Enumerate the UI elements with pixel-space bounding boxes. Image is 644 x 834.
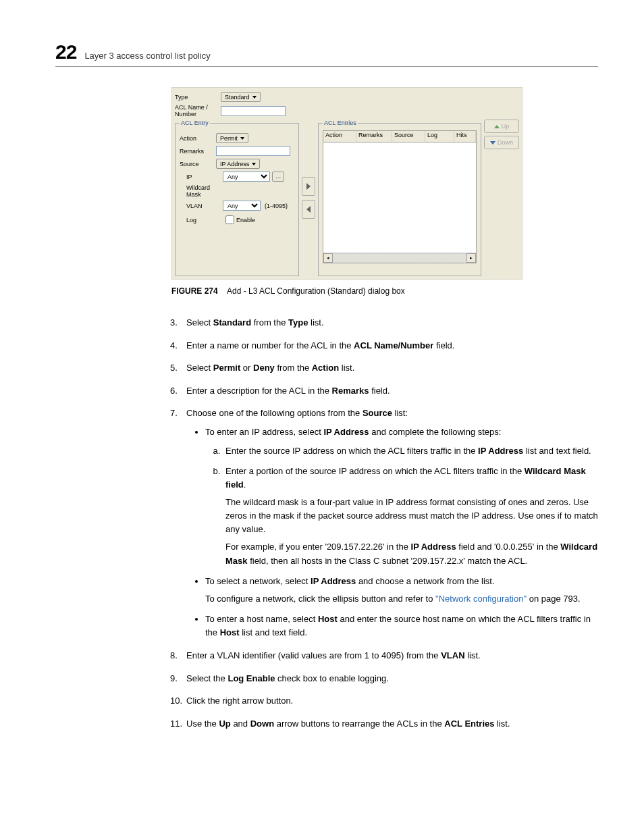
bullet-1: To enter an IP address, select IP Addres… <box>205 425 598 568</box>
chapter-title: Layer 3 access control list policy <box>84 51 210 61</box>
ip-select[interactable]: Any <box>223 172 270 182</box>
triangle-up-icon <box>494 125 500 128</box>
figure-label: FIGURE 274 <box>171 286 218 296</box>
remarks-label: Remarks <box>180 148 216 155</box>
ellipsis-button[interactable]: … <box>272 172 284 182</box>
substep-b-p1: The wildcard mask is a four-part value i… <box>225 496 598 536</box>
action-dropdown[interactable]: Permit <box>216 133 248 143</box>
step-4: Enter a name or number for the ACL in th… <box>170 339 598 353</box>
network-config-link[interactable]: "Network configuration" <box>435 594 527 604</box>
action-label: Action <box>180 135 216 142</box>
type-label: Type <box>175 94 221 101</box>
acl-entries-legend: ACL Entries <box>323 120 358 126</box>
substep-b-p2: For example, if you enter '209.157.22.26… <box>225 540 598 567</box>
table-header: Action Remarks Source Log Hits <box>323 130 477 142</box>
log-checkbox[interactable] <box>225 215 234 224</box>
scroll-right-button[interactable]: ▸ <box>466 253 476 263</box>
ip-label: IP <box>180 174 223 180</box>
step-10: Click the right arrow button. <box>170 694 598 708</box>
remarks-field[interactable] <box>216 146 290 156</box>
triangle-down-icon <box>490 141 495 145</box>
vlan-select[interactable]: Any <box>223 201 261 211</box>
down-button[interactable]: Down <box>484 136 519 149</box>
up-button[interactable]: Up <box>484 120 519 133</box>
bullet-2: To select a network, select IP Address a… <box>205 575 598 606</box>
bullet-2-p1: To configure a network, click the ellips… <box>205 592 598 606</box>
dialog-screenshot: Type Standard ACL Name / Number ACL Entr… <box>171 87 522 280</box>
caret-icon <box>252 96 257 99</box>
log-label: Log <box>180 217 223 224</box>
bullet-3: To enter a host name, select Host and en… <box>205 613 598 640</box>
source-dropdown[interactable]: IP Address <box>216 159 260 169</box>
triangle-left-icon <box>306 206 311 213</box>
substep-b: Enter a portion of the source IP address… <box>223 465 598 568</box>
table-body: ◂ ▸ <box>323 142 477 263</box>
scrollbar[interactable]: ◂ ▸ <box>323 253 476 263</box>
step-7: Choose one of the following options from… <box>170 407 598 640</box>
caret-icon <box>252 163 256 165</box>
step-6: Enter a description for the ACL in the R… <box>170 384 598 398</box>
figure-caption: FIGURE 274 Add - L3 ACL Configuration (S… <box>171 286 598 296</box>
vlan-hint: (1-4095) <box>265 203 288 209</box>
move-right-button[interactable] <box>302 177 315 196</box>
acl-entry-panel: ACL Entry Action Permit Remarks Source I… <box>175 120 299 276</box>
log-enable-label: Enable <box>236 217 255 224</box>
type-dropdown[interactable]: Standard <box>221 92 261 102</box>
caret-icon <box>240 137 244 140</box>
acl-name-field[interactable] <box>221 106 286 116</box>
step-9: Select the Log Enable check box to enabl… <box>170 672 598 685</box>
col-source: Source <box>392 131 425 142</box>
col-action: Action <box>323 131 356 142</box>
col-log: Log <box>425 131 454 142</box>
col-remarks: Remarks <box>356 131 392 142</box>
source-label: Source <box>180 161 216 167</box>
scroll-left-button[interactable]: ◂ <box>323 253 333 263</box>
wildcard-mask-label: Wildcard Mask <box>180 184 223 198</box>
step-8: Enter a VLAN identifier (valid values ar… <box>170 649 598 662</box>
acl-entry-legend: ACL Entry <box>180 120 210 126</box>
figure-text: Add - L3 ACL Configuration (Standard) di… <box>227 286 405 296</box>
acl-name-label: ACL Name / Number <box>175 104 221 118</box>
acl-entries-panel: ACL Entries Action Remarks Source Log Hi… <box>318 120 481 276</box>
move-left-button[interactable] <box>302 200 315 219</box>
scroll-track[interactable] <box>333 253 466 263</box>
triangle-right-icon <box>306 183 311 190</box>
page-header: 22 Layer 3 access control list policy <box>55 41 598 67</box>
vlan-label: VLAN <box>180 203 223 209</box>
chapter-number: 22 <box>55 41 76 63</box>
step-11: Use the Up and Down arrow buttons to rea… <box>170 717 598 731</box>
step-list: Select Standard from the Type list. Ente… <box>170 316 598 730</box>
step-3: Select Standard from the Type list. <box>170 316 598 330</box>
step-5: Select Permit or Deny from the Action li… <box>170 361 598 375</box>
col-hits: Hits <box>454 131 476 142</box>
substep-a: Enter the source IP address on which the… <box>223 444 598 458</box>
